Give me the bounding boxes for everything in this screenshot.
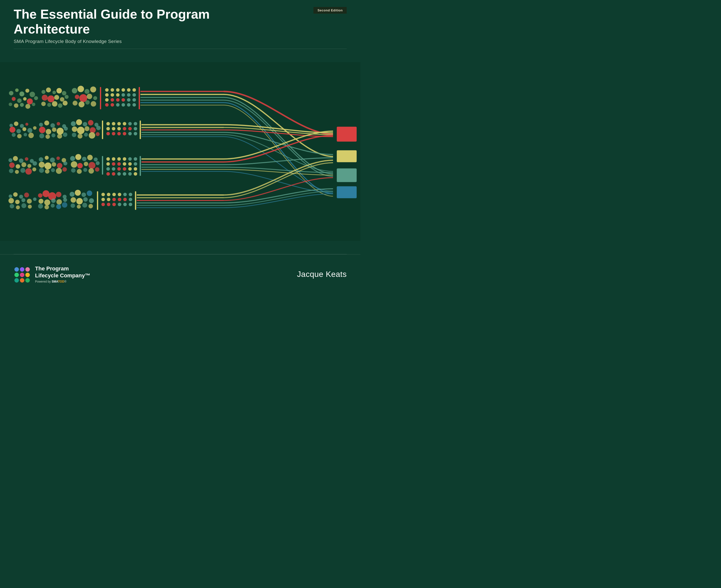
- svg-point-11: [9, 103, 12, 106]
- svg-point-155: [57, 163, 62, 168]
- svg-point-222: [44, 200, 50, 205]
- svg-point-194: [128, 167, 132, 171]
- svg-point-125: [106, 132, 110, 135]
- svg-point-179: [112, 157, 115, 161]
- svg-point-61: [133, 98, 136, 102]
- svg-rect-0: [0, 62, 360, 241]
- svg-point-149: [50, 158, 55, 162]
- visualization-section: [0, 54, 360, 250]
- svg-point-240: [77, 205, 81, 209]
- svg-point-59: [122, 98, 125, 102]
- svg-point-38: [93, 96, 97, 100]
- svg-point-53: [122, 93, 125, 97]
- svg-point-82: [39, 123, 43, 127]
- svg-rect-202: [140, 156, 141, 176]
- svg-point-23: [54, 95, 59, 100]
- svg-point-123: [128, 127, 132, 130]
- svg-point-81: [28, 132, 34, 138]
- svg-point-29: [58, 103, 62, 108]
- svg-rect-177: [102, 156, 103, 174]
- svg-point-102: [72, 126, 77, 132]
- svg-point-133: [13, 156, 18, 161]
- svg-point-57: [111, 98, 114, 102]
- svg-point-103: [77, 127, 84, 134]
- svg-point-252: [112, 198, 116, 201]
- svg-point-255: [129, 198, 132, 201]
- svg-point-213: [16, 205, 20, 209]
- svg-point-206: [24, 192, 29, 197]
- svg-point-127: [117, 132, 121, 135]
- svg-point-8: [23, 97, 26, 101]
- svg-point-190: [106, 167, 110, 171]
- svg-point-80: [24, 133, 27, 136]
- svg-point-41: [85, 100, 90, 105]
- svg-point-234: [87, 190, 92, 196]
- svg-point-48: [127, 88, 131, 92]
- svg-point-236: [76, 198, 83, 204]
- svg-point-146: [32, 167, 36, 171]
- svg-point-3: [19, 91, 24, 96]
- svg-point-173: [77, 169, 82, 174]
- svg-point-272: [25, 273, 30, 277]
- svg-point-189: [134, 162, 137, 166]
- book-cover: Second Edition The Essential Guide to Pr…: [0, 0, 360, 294]
- svg-point-28: [52, 101, 57, 107]
- svg-point-241: [82, 203, 87, 208]
- svg-point-212: [10, 204, 14, 208]
- svg-point-46: [116, 88, 120, 92]
- svg-point-129: [128, 132, 132, 135]
- svg-point-260: [123, 203, 127, 206]
- svg-point-15: [32, 103, 35, 106]
- svg-point-231: [69, 192, 75, 197]
- svg-point-229: [56, 204, 61, 209]
- company-name: The Program Lifecycle Company™: [35, 265, 91, 279]
- svg-point-90: [57, 128, 64, 134]
- footer-section: The Program Lifecycle Company™ Powered b…: [0, 254, 360, 294]
- svg-point-96: [63, 132, 67, 137]
- svg-point-69: [9, 124, 13, 127]
- svg-point-168: [77, 163, 83, 168]
- svg-point-180: [117, 157, 121, 161]
- svg-point-228: [51, 204, 55, 208]
- svg-point-1: [9, 91, 14, 96]
- svg-point-64: [116, 103, 120, 107]
- svg-point-176: [95, 167, 99, 172]
- svg-point-150: [56, 156, 60, 160]
- svg-point-32: [78, 86, 84, 92]
- svg-point-273: [15, 278, 19, 282]
- svg-point-199: [123, 172, 126, 175]
- viz-svg: [0, 54, 360, 250]
- svg-point-35: [75, 94, 79, 99]
- svg-point-186: [117, 162, 121, 166]
- svg-point-124: [134, 127, 137, 130]
- svg-point-232: [75, 190, 81, 196]
- svg-point-258: [112, 203, 116, 206]
- svg-point-18: [53, 91, 56, 94]
- svg-point-21: [42, 94, 48, 101]
- svg-point-31: [72, 88, 77, 93]
- svg-point-104: [84, 126, 89, 131]
- svg-point-42: [91, 101, 96, 107]
- svg-point-244: [101, 193, 105, 196]
- svg-point-270: [15, 273, 19, 277]
- svg-point-257: [107, 203, 111, 206]
- svg-point-2: [15, 88, 19, 92]
- publisher-logo: The Program Lifecycle Company™ Powered b…: [14, 265, 91, 283]
- svg-point-268: [20, 267, 24, 272]
- svg-point-119: [106, 127, 110, 130]
- svg-point-248: [123, 193, 127, 196]
- svg-point-6: [12, 97, 16, 101]
- svg-point-161: [62, 167, 67, 172]
- svg-point-204: [13, 192, 18, 197]
- svg-point-242: [88, 204, 93, 208]
- svg-point-84: [51, 123, 55, 128]
- book-subtitle: SMA Program Lifecycle Body of Knowledge …: [14, 39, 347, 44]
- svg-point-245: [107, 193, 111, 196]
- svg-point-34: [90, 86, 96, 92]
- svg-point-135: [25, 157, 28, 161]
- svg-point-134: [19, 159, 23, 163]
- svg-point-215: [28, 205, 32, 209]
- svg-point-160: [56, 168, 62, 174]
- svg-point-117: [128, 122, 132, 125]
- svg-point-235: [71, 197, 76, 203]
